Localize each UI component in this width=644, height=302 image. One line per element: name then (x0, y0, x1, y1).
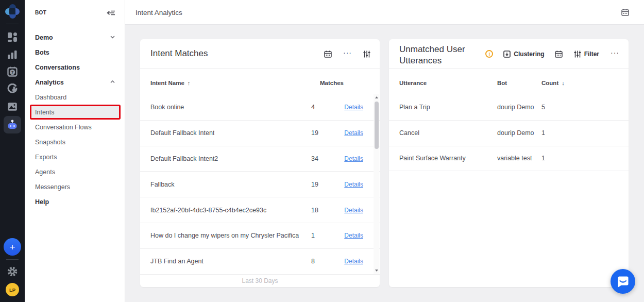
column-intent-name[interactable]: Intent Name↑ (150, 80, 190, 86)
filter-sliders-icon[interactable] (363, 51, 370, 58)
settings-gear-icon[interactable] (0, 264, 25, 279)
scroll-up-icon[interactable] (374, 94, 379, 100)
column-matches[interactable]: Matches (320, 80, 344, 86)
intent-matches-table-header: Intent Name↑ Matches (140, 69, 380, 94)
table-row: JTB Find an Agent 8 Details (140, 248, 380, 274)
intent-name: JTB Find an Agent (150, 258, 204, 265)
match-count: 8 (311, 258, 315, 265)
intent-matches-card: Intent Matches ··· (140, 39, 380, 287)
scroll-down-icon[interactable] (374, 267, 379, 274)
date-range-icon[interactable] (621, 9, 629, 16)
svg-text:7: 7 (11, 70, 13, 75)
table-row: Plan a Trip dourip Demo 5 (389, 94, 629, 120)
agents-ring-icon[interactable] (0, 81, 25, 96)
utterance-count: 1 (541, 155, 545, 162)
sort-asc-icon: ↑ (188, 80, 191, 86)
user-avatar[interactable]: LP (6, 283, 19, 296)
more-options-icon[interactable]: ··· (343, 49, 352, 59)
sidebar-item-analytics[interactable]: Analytics (30, 75, 121, 90)
intent-name: How do I change my wipers on my Chrysler… (150, 232, 299, 239)
table-row: Cancel dourip Demo 1 (389, 120, 629, 146)
rail-divider (6, 24, 19, 24)
sidebar-item-help[interactable]: Help (30, 194, 121, 209)
unmatched-utterances-card: Unmatched User Utterances ! Clustering (389, 39, 629, 287)
table-row: fb2152af-20bf-4dc3-8755-c4b4ec2ce93c 18 … (140, 197, 380, 223)
unmatched-header: Unmatched User Utterances ! Clustering (389, 39, 629, 69)
rail-divider-bottom (6, 259, 19, 260)
intent-matches-header: Intent Matches ··· (140, 39, 380, 69)
collapse-sidebar-icon[interactable] (107, 9, 115, 16)
table-row: Default Fallback Intent 19 Details (140, 120, 380, 146)
match-count: 4 (311, 104, 315, 111)
calendar-icon[interactable] (324, 51, 332, 58)
scrollbar-thumb[interactable] (375, 102, 379, 149)
clustering-icon (503, 51, 511, 58)
sidebar-nav: Demo Bots Conversations Analytics Dashbo… (25, 30, 125, 209)
table-row: Default Fallback Intent2 34 Details (140, 146, 380, 172)
more-options-icon[interactable]: ··· (611, 49, 619, 59)
column-bot[interactable]: Bot (497, 80, 507, 86)
calendar-icon[interactable] (555, 51, 563, 58)
sidebar-item-messengers[interactable]: Messengers (30, 179, 121, 194)
intent-name: Fallback (150, 181, 175, 188)
sidebar-item-snapshots[interactable]: Snapshots (30, 135, 121, 149)
intent-matches-title: Intent Matches (150, 48, 208, 59)
details-link[interactable]: Details (344, 155, 363, 162)
bot-name: dourip Demo (497, 129, 534, 137)
add-button[interactable]: + (4, 238, 21, 256)
match-count: 1 (311, 232, 315, 239)
icon-rail: 7 (0, 0, 25, 302)
table-row: How do I change my wipers on my Chrysler… (140, 223, 380, 248)
content: Intent Matches ··· (125, 25, 644, 302)
filter-sliders-icon (574, 51, 581, 58)
sidebar-item-agents[interactable]: Agents (30, 164, 121, 179)
chat-launcher-button[interactable] (611, 269, 635, 294)
details-link[interactable]: Details (344, 207, 363, 214)
details-link[interactable]: Details (344, 129, 363, 137)
bot-name: variable test (497, 155, 532, 162)
warning-icon[interactable]: ! (485, 50, 493, 58)
calendar-day-icon[interactable]: 7 (0, 64, 25, 79)
unmatched-table-header: Utterance Bot Count↓ (389, 69, 629, 94)
column-count[interactable]: Count↓ (541, 80, 565, 86)
match-count: 34 (311, 155, 318, 162)
utterance-count: 1 (541, 129, 545, 137)
match-count: 18 (311, 207, 318, 214)
table-row: Paint Surface Warranty variable test 1 (389, 146, 629, 172)
details-link[interactable]: Details (344, 104, 363, 111)
apps-icon[interactable] (0, 30, 25, 44)
utterance-count: 5 (541, 104, 545, 111)
bot-icon[interactable] (0, 118, 25, 132)
topbar: Intent Analytics (125, 0, 644, 25)
clustering-button[interactable]: Clustering (503, 51, 544, 58)
utterance-text: Paint Surface Warranty (399, 155, 466, 162)
sidebar-item-dashboard[interactable]: Dashboard (30, 90, 121, 105)
workspace-header: BOT (25, 7, 125, 20)
filter-button[interactable]: Filter (574, 51, 599, 58)
sidebar-item-demo[interactable]: Demo (30, 30, 121, 45)
intent-name: Default Fallback Intent2 (150, 155, 218, 162)
sidebar-item-conversations[interactable]: Conversations (30, 60, 121, 75)
bar-chart-icon[interactable] (0, 47, 25, 62)
details-link[interactable]: Details (344, 232, 363, 239)
sidebar-item-intents[interactable]: Intents (30, 105, 121, 120)
sidebar-item-exports[interactable]: Exports (30, 149, 121, 164)
intent-analytics-page: 7 (0, 0, 644, 302)
intent-name: fb2152af-20bf-4dc3-8755-c4b4ec2ce93c (150, 207, 266, 214)
intent-matches-footer: Last 30 Days (140, 274, 380, 287)
image-icon[interactable] (0, 99, 25, 114)
sidebar-item-conversation-flows[interactable]: Conversation Flows (30, 120, 121, 135)
details-link[interactable]: Details (344, 258, 363, 265)
details-link[interactable]: Details (344, 181, 363, 188)
table-row: Book online 4 Details (140, 94, 380, 120)
intent-name: Book online (150, 104, 184, 111)
app-logo-icon[interactable] (5, 4, 20, 19)
scrollbar[interactable] (374, 94, 379, 274)
intent-matches-rows: Book online 4 Details Default Fallback I… (140, 94, 380, 274)
sidebar-item-bots[interactable]: Bots (30, 45, 121, 60)
column-utterance[interactable]: Utterance (399, 80, 427, 86)
table-row: Fallback 19 Details (140, 171, 380, 197)
page-title: Intent Analytics (135, 9, 182, 16)
match-count: 19 (311, 129, 318, 137)
sort-desc-icon: ↓ (562, 80, 565, 86)
